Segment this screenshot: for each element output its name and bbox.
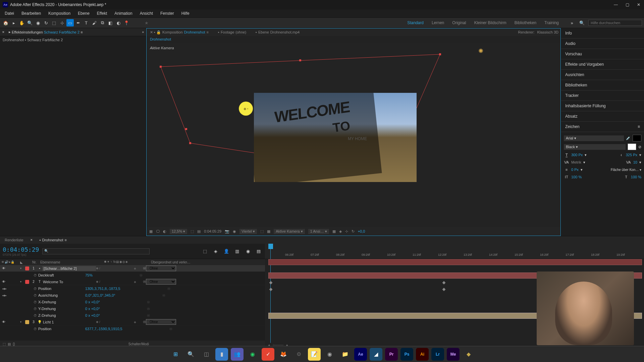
menu-ebene[interactable]: Ebene xyxy=(74,10,93,17)
no-color-icon[interactable]: ⊘ xyxy=(638,145,641,149)
hide-shy-icon[interactable]: 👤 xyxy=(223,248,230,255)
stopwatch-icon[interactable]: ⏱ xyxy=(34,307,38,311)
selection-tool[interactable]: ▸ xyxy=(10,19,17,26)
switch-icon[interactable]: ✦ xyxy=(107,260,110,264)
parent-dropdown[interactable]: Ohne xyxy=(146,279,176,285)
app-media-encoder[interactable]: Me xyxy=(447,348,460,361)
app-photoshop[interactable]: Ps xyxy=(400,348,413,361)
layer-row[interactable]: 👁▾3💡Licht 1✱ /◈☉Ohne xyxy=(0,319,265,325)
stroke-width-value[interactable]: 0 Px xyxy=(571,168,579,172)
layer-row[interactable]: 👁▾1▪[Schwar…bfläche 2]✱ /◈☉Ohne xyxy=(0,265,265,272)
next-keyframe-icon[interactable]: ▸ xyxy=(5,294,7,297)
hscale-value[interactable]: 100 % xyxy=(631,175,641,179)
switch[interactable]: ✱ xyxy=(96,280,99,284)
app-explorer[interactable]: ▮ xyxy=(215,348,228,361)
puppet-tool[interactable]: 📍 xyxy=(123,19,130,26)
panel-overflow-icon[interactable]: » xyxy=(142,30,144,34)
panel-tracker[interactable]: Tracker xyxy=(561,90,644,101)
stroke-option-dropdown[interactable]: Fläche über Kon… ▾ xyxy=(611,168,641,172)
timeline-comp-tab[interactable]: ▪ Drohnenshot ≡ xyxy=(38,237,69,243)
panel-info[interactable]: Info xyxy=(561,28,644,39)
panel-menu-icon[interactable]: ≡ xyxy=(638,124,640,129)
switch-icon[interactable]: 丶 xyxy=(110,260,113,264)
task-view-button[interactable]: ◫ xyxy=(200,348,213,361)
home-icon[interactable]: 🏠 xyxy=(2,19,9,26)
menu-fenster[interactable]: Fenster xyxy=(157,10,177,17)
stopwatch-icon[interactable]: ⏱ xyxy=(34,314,38,317)
parent-dropdown[interactable]: Ohne xyxy=(146,265,176,271)
workspace-standard[interactable]: Standard xyxy=(407,20,424,25)
graph-editor-icon[interactable]: ▤ xyxy=(255,248,262,255)
app-lightroom[interactable]: Lr xyxy=(431,348,444,361)
app-misc[interactable]: ◆ xyxy=(462,348,475,361)
property-row[interactable]: ⏱Position6377,7,-1590,9,1910,5☉ xyxy=(0,325,265,332)
frame-blend-icon[interactable]: ▥ xyxy=(233,248,241,255)
3d-switch[interactable]: ◈ xyxy=(134,280,136,284)
font-family-dropdown[interactable]: Arial ▾ xyxy=(564,135,624,141)
workspace-kleiner bildschirm[interactable]: Kleiner Bildschirm xyxy=(474,20,506,25)
pickwhip-icon[interactable]: ☉ xyxy=(143,266,146,270)
star-icon[interactable]: ★ xyxy=(143,19,150,26)
menu-datei[interactable]: Datei xyxy=(1,10,17,17)
switch-icon[interactable]: ◉ xyxy=(119,260,122,264)
menu-komposition[interactable]: Komposition xyxy=(45,10,74,17)
pixel-aspect-icon[interactable]: ▦ xyxy=(332,229,336,234)
comp-mini-flowchart-icon[interactable]: ⬚ xyxy=(201,248,209,255)
switch[interactable]: ✱ xyxy=(96,320,99,324)
property-value[interactable]: 0,0°,321,0°,345,0° xyxy=(85,293,115,297)
app-illustrator[interactable]: Ai xyxy=(416,348,429,361)
tab-close-icon[interactable]: ✕ xyxy=(30,238,33,242)
property-value[interactable]: 6377,7,-1590,9,1910,5 xyxy=(85,327,122,331)
expression-pickwhip-icon[interactable]: ☉ xyxy=(147,300,150,304)
help-search-input[interactable] xyxy=(588,20,642,26)
shy-icon[interactable]: ◣ xyxy=(20,260,23,264)
switch-icon[interactable]: fx xyxy=(113,260,116,264)
roi-icon[interactable]: ⬚ xyxy=(191,229,194,234)
stopwatch-icon[interactable]: ⏱ xyxy=(34,300,38,304)
switch-icon[interactable]: ◈ xyxy=(125,260,128,264)
stopwatch-icon[interactable]: ⏱ xyxy=(34,274,38,277)
stopwatch-icon[interactable]: ⏱ xyxy=(34,287,38,291)
panel-inhaltsbasierte-füllung[interactable]: Inhaltsbasierte Füllung xyxy=(561,101,644,111)
workspace-training[interactable]: Training xyxy=(544,20,559,25)
3d-switch[interactable]: ◈ xyxy=(134,267,136,270)
switch[interactable]: / xyxy=(99,267,100,270)
motion-blur-icon[interactable]: ◉ xyxy=(244,248,252,255)
type-tool[interactable]: T xyxy=(83,19,90,26)
switch-icon[interactable]: ▤ xyxy=(116,260,119,264)
3d-switch[interactable]: ◈ xyxy=(134,320,136,324)
switch-icon[interactable]: ✱ xyxy=(104,260,107,264)
property-row[interactable]: ⏱Y-Drehung0 x +0,0°☉ xyxy=(0,305,265,312)
eyedropper-icon[interactable]: 💉 xyxy=(626,136,631,140)
workspace-lernen[interactable]: Lernen xyxy=(432,20,444,25)
expression-pickwhip-icon[interactable]: ☉ xyxy=(169,327,172,331)
orbit-tool[interactable]: ◉ xyxy=(34,19,42,26)
property-value[interactable]: 0 x +0,0° xyxy=(85,300,100,304)
visibility-toggle[interactable]: 👁 xyxy=(1,280,6,284)
keyframe-diamond[interactable] xyxy=(442,281,446,285)
channel-icon[interactable]: ◉ xyxy=(233,229,236,234)
workspace-original[interactable]: Original xyxy=(452,20,466,25)
toggle-in-out-icon[interactable]: {} xyxy=(13,342,15,346)
property-row[interactable]: ⏱Deckkraft75%☉ xyxy=(0,272,265,279)
app-notes[interactable]: 📝 xyxy=(308,348,321,361)
maximize-button[interactable]: ▢ xyxy=(625,2,630,7)
app-files[interactable]: 📁 xyxy=(339,348,352,361)
brush-tool[interactable]: 🖌 xyxy=(91,19,98,26)
keyframe-diamond[interactable] xyxy=(269,281,273,285)
lock-column-icon[interactable]: 🔒 xyxy=(11,260,14,264)
fast-preview-icon[interactable]: ⬚ xyxy=(260,229,264,234)
menu-hilfe[interactable]: Hilfe xyxy=(178,10,193,17)
workspace-overflow-icon[interactable]: » xyxy=(568,19,576,26)
transparency-grid-icon[interactable]: ▦ xyxy=(149,229,153,234)
eraser-tool[interactable]: ◧ xyxy=(107,19,114,26)
toggle-modes-icon[interactable]: ▤ xyxy=(8,342,11,346)
camera-tool[interactable]: ⬚ xyxy=(50,19,58,26)
app-generic[interactable]: ⚙ xyxy=(292,348,305,361)
property-row[interactable]: ◂◆▸⏱Ausrichtung0,0°,321,0°,345,0°☉ xyxy=(0,292,265,299)
audio-column-icon[interactable]: 🔊 xyxy=(5,260,8,264)
font-size-value[interactable]: 300 Px xyxy=(571,153,583,157)
expression-pickwhip-icon[interactable]: ☉ xyxy=(147,307,150,311)
layer-row[interactable]: 👁▾2TWelcome To✱ /◈☉Ohne xyxy=(0,279,265,285)
close-tab-icon[interactable]: ✕ xyxy=(2,31,5,34)
